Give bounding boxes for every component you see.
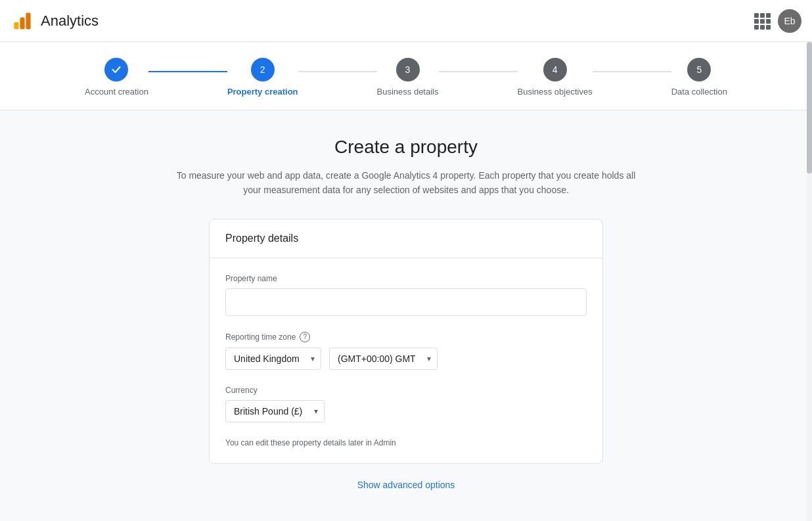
page-footer: ©2023 Google | Analytics home | Terms of… [234, 516, 578, 521]
step-4-label: Business objectives [518, 87, 593, 97]
connector-4-5 [593, 71, 671, 72]
step-2-label: Property creation [227, 87, 298, 97]
svg-rect-2 [26, 12, 30, 29]
currency-group: Currency British Pound (£) ▾ [225, 386, 587, 422]
timezone-select-wrapper: (GMT+00:00) GMT ▾ [329, 348, 438, 370]
step-2-number: 2 [260, 64, 265, 75]
timezone-help-icon[interactable]: ? [300, 332, 310, 342]
svg-rect-1 [20, 17, 24, 29]
currency-select-wrapper: British Pound (£) ▾ [225, 400, 325, 422]
connector-3-4 [439, 71, 518, 72]
timezone-select-row: United Kingdom ▾ (GMT+00:00) GMT ▾ [225, 348, 587, 370]
property-details-card: Property details Property name Reporting… [209, 219, 603, 464]
scrollbar[interactable] [807, 42, 812, 521]
user-avatar[interactable]: Eb [778, 9, 801, 33]
currency-select[interactable]: British Pound (£) [225, 400, 325, 422]
connector-2-3 [298, 71, 377, 72]
connector-1-2 [148, 71, 227, 72]
app-title: Analytics [41, 12, 99, 30]
step-3-number: 3 [405, 64, 411, 75]
step-3-circle: 3 [396, 58, 420, 81]
app-header: Analytics Eb [0, 0, 812, 42]
step-5-number: 5 [696, 64, 702, 75]
step-4-circle: 4 [543, 58, 567, 81]
stepper-container: Account creation 2 Property creation 3 B… [0, 42, 812, 110]
step-3-label: Business details [377, 87, 439, 97]
progress-stepper: Account creation 2 Property creation 3 B… [85, 58, 727, 110]
show-advanced-options-link[interactable]: Show advanced options [357, 480, 455, 490]
step-1-label: Account creation [85, 87, 148, 97]
step-5-data-collection: 5 Data collection [671, 58, 727, 97]
step-1-account-creation: Account creation [85, 58, 148, 97]
step-2-circle: 2 [251, 58, 275, 81]
reporting-timezone-group: Reporting time zone ? United Kingdom ▾ (… [225, 332, 587, 370]
svg-rect-0 [14, 22, 18, 29]
main-content: Create a property To measure your web an… [0, 110, 812, 521]
currency-label: Currency [225, 386, 587, 395]
header-logo-group: Analytics [11, 9, 99, 33]
country-select[interactable]: United Kingdom [225, 348, 321, 370]
card-header: Property details [210, 219, 602, 258]
step-5-circle: 5 [687, 58, 711, 81]
card-footer-note: You can edit these property details late… [225, 438, 587, 447]
step-5-label: Data collection [671, 87, 727, 97]
checkmark-icon [110, 64, 122, 76]
scrollbar-thumb[interactable] [807, 42, 812, 173]
step-2-property-creation: 2 Property creation [227, 58, 298, 97]
step-4-business-objectives: 4 Business objectives [518, 58, 593, 97]
country-select-wrapper: United Kingdom ▾ [225, 348, 321, 370]
analytics-logo-icon [11, 9, 34, 33]
property-name-input[interactable] [225, 288, 587, 316]
reporting-timezone-label: Reporting time zone ? [225, 332, 587, 342]
property-name-group: Property name [225, 274, 587, 316]
step-4-number: 4 [553, 64, 558, 75]
property-name-label: Property name [225, 274, 587, 283]
page-description: To measure your web and app data, create… [169, 168, 643, 198]
page-title: Create a property [334, 137, 478, 158]
step-3-business-details: 3 Business details [377, 58, 439, 97]
step-1-circle [104, 58, 128, 81]
apps-grid-icon[interactable] [754, 13, 770, 29]
timezone-select[interactable]: (GMT+00:00) GMT [329, 348, 438, 370]
card-body: Property name Reporting time zone ? Unit… [210, 258, 602, 463]
header-actions: Eb [754, 9, 801, 33]
